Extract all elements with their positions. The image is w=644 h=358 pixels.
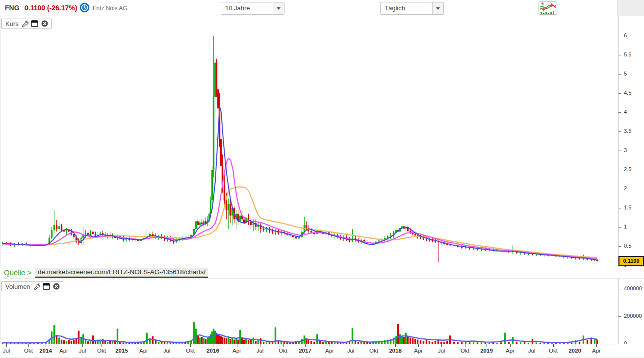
volume-bar xyxy=(201,337,203,344)
volume-chart-canvas[interactable] xyxy=(0,279,618,345)
volume-bar xyxy=(193,322,195,344)
volume-bar xyxy=(477,342,478,344)
candle-body xyxy=(214,63,216,97)
volume-bar xyxy=(489,343,490,344)
x-axis-tick xyxy=(596,344,597,347)
wrench-settings-icon[interactable] xyxy=(21,20,28,27)
close-icon[interactable] xyxy=(52,282,60,290)
mini-chart-icon xyxy=(539,2,557,14)
volume-bar xyxy=(281,342,282,344)
frequency-select[interactable]: Täglich xyxy=(380,2,444,15)
volume-bar xyxy=(399,334,401,344)
volume-bar xyxy=(217,334,219,344)
candle-body xyxy=(298,237,300,238)
window-maximize-icon[interactable] xyxy=(43,283,50,290)
x-axis-tick xyxy=(237,344,237,347)
chevron-down-icon[interactable] xyxy=(432,2,443,14)
volume-bar xyxy=(255,341,257,344)
x-axis-label: 2015 xyxy=(115,348,128,354)
volume-bar xyxy=(233,340,235,344)
x-axis: JulOkt2014AprJulOkt2015AprJulOkt2016AprJ… xyxy=(0,344,644,358)
candle-body xyxy=(217,89,219,108)
volume-bar xyxy=(219,335,220,344)
x-axis-label: Jul xyxy=(79,348,86,354)
price-panel: Kurs 65.554.543.532.521.510.50 xyxy=(0,16,644,267)
volume-bar xyxy=(146,333,148,344)
volume-bar xyxy=(405,333,407,344)
candle-body xyxy=(310,231,312,232)
candle-body xyxy=(384,238,386,239)
x-axis-tick xyxy=(46,344,46,347)
x-axis-tick xyxy=(465,344,465,347)
volume-bar xyxy=(520,342,521,344)
x-axis-tick xyxy=(6,344,7,347)
source-link[interactable]: de.marketscreener.com/FRITZ-NOLS-AG-4356… xyxy=(35,268,208,278)
volume-bar xyxy=(239,330,241,344)
candle-body xyxy=(95,234,96,236)
price-axis-tick xyxy=(618,36,621,36)
volume-bar xyxy=(102,339,103,344)
volume-bar xyxy=(496,343,498,344)
volume-bar xyxy=(461,342,463,344)
window-maximize-icon[interactable] xyxy=(31,20,38,27)
toolbar: FNG 0.1100 (-26.17%) Fritz Nols AG 10 Ja… xyxy=(0,0,644,16)
x-axis-label: Jul xyxy=(438,348,445,354)
price-axis-tick xyxy=(618,189,621,189)
volume-bar xyxy=(199,337,201,344)
candle-body xyxy=(211,170,213,200)
volume-bar xyxy=(73,340,75,344)
volume-bar xyxy=(263,342,264,344)
x-axis-tick xyxy=(441,344,442,347)
candle-body xyxy=(224,185,225,200)
volume-bar xyxy=(429,341,430,344)
volume-bar xyxy=(516,342,517,344)
x-axis-label: Jul xyxy=(3,348,10,354)
x-axis-label: Okt xyxy=(24,348,33,354)
volume-bar xyxy=(453,342,455,344)
period-select[interactable]: 10 Jahre xyxy=(221,2,284,15)
volume-bar xyxy=(316,334,318,344)
price-y-axis: 65.554.543.532.521.510.50 xyxy=(618,16,644,267)
volume-panel: Volumen 4000002000000 xyxy=(0,279,644,345)
candle-body xyxy=(58,226,60,229)
volume-panel-title: Volumen xyxy=(5,283,30,290)
volume-axis-label: 400000 xyxy=(624,285,642,291)
x-axis-tick xyxy=(190,344,191,347)
x-axis-label: 2016 xyxy=(206,348,219,354)
volume-bar xyxy=(243,340,245,344)
add-indicator-chart-button[interactable] xyxy=(539,1,557,15)
volume-bar xyxy=(222,337,223,344)
x-axis-label: Apr xyxy=(325,348,334,354)
x-axis-label: Okt xyxy=(97,348,106,354)
price-axis-label: 1 xyxy=(624,224,627,230)
candle-body xyxy=(195,221,197,229)
x-axis-tick xyxy=(510,344,511,347)
price-panel-title: Kurs xyxy=(5,20,19,27)
volume-bar xyxy=(352,328,353,344)
volume-bar xyxy=(203,338,205,344)
period-select-value: 10 Jahre xyxy=(225,4,250,12)
volume-bar xyxy=(176,343,177,344)
volume-bar xyxy=(349,342,350,344)
price-axis-tick xyxy=(618,246,621,247)
candle-body xyxy=(461,247,463,248)
price-chart-canvas[interactable] xyxy=(0,16,618,267)
candle-body xyxy=(230,204,231,215)
x-axis-tick xyxy=(330,344,330,347)
x-axis-label: Jul xyxy=(528,348,536,354)
volume-bar xyxy=(414,339,416,344)
volume-bar xyxy=(112,341,113,344)
quote-price-change: 0.1100 (-26.17%) xyxy=(25,4,77,12)
volume-bar xyxy=(205,339,206,344)
volume-bar xyxy=(207,337,208,344)
x-axis-label: Okt xyxy=(369,348,378,354)
volume-bar xyxy=(322,342,324,344)
volume-bar xyxy=(63,340,65,344)
price-axis-label: 0.5 xyxy=(624,243,631,249)
wrench-settings-icon[interactable] xyxy=(33,283,40,290)
chevron-down-icon[interactable] xyxy=(273,2,284,14)
volume-bar xyxy=(97,341,99,344)
price-axis-label: 5 xyxy=(624,71,627,77)
close-icon[interactable] xyxy=(41,20,49,27)
volume-bar xyxy=(596,340,598,344)
